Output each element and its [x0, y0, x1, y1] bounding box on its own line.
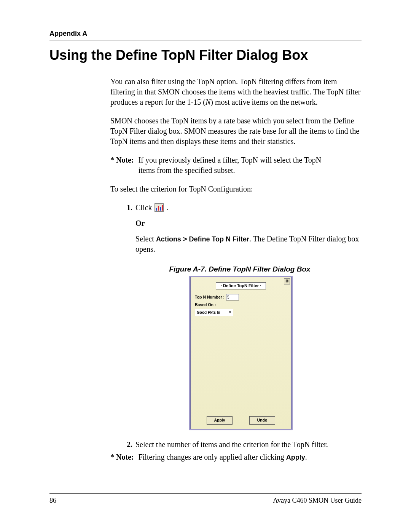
topn-number-input[interactable]	[226, 294, 239, 300]
note-2-apply-bold: Apply	[286, 454, 305, 461]
page-title: Using the Define TopN Filter Dialog Box	[49, 47, 362, 63]
note-1-line2: items from the specified subset.	[139, 165, 322, 176]
undo-button[interactable]: Undo	[249, 416, 275, 425]
or-label: Or	[135, 218, 362, 228]
footer-doc-title: Avaya C460 SMON User Guide	[273, 497, 362, 505]
chevron-down-icon: ▼	[228, 310, 232, 315]
topn-number-label: Top N Number :	[195, 294, 226, 300]
step-1: 1. Click . Or Select Actions > Define To…	[118, 203, 362, 254]
step-1b-bold: Actions > Define Top N Filter	[156, 235, 249, 243]
define-topn-dialog: ⊠ · Define TopN Filter · Top N Number : …	[189, 276, 293, 430]
apply-button[interactable]: Apply	[207, 416, 233, 425]
para1-tail: ) most active items on the network.	[210, 98, 318, 106]
note-1: * Note: If you previously defined a filt…	[110, 155, 362, 176]
intro-para-3: To select the criterion for TopN Configu…	[110, 184, 362, 194]
appendix-label: Appendix A	[49, 30, 362, 38]
topn-number-row: Top N Number :	[190, 293, 292, 301]
close-icon[interactable]: ⊠	[284, 278, 290, 284]
note-2-before: Filtering changes are only applied after…	[139, 453, 286, 461]
note-2-text: Filtering changes are only applied after…	[134, 452, 307, 462]
note-2: * Note: Filtering changes are only appli…	[110, 452, 362, 462]
step-1-before: Click	[135, 203, 154, 212]
step-1-number: 1.	[118, 203, 135, 254]
topn-toolbar-icon[interactable]	[155, 203, 164, 212]
note-2-label: * Note:	[110, 452, 134, 462]
page-footer: 86 Avaya C460 SMON User Guide	[49, 493, 362, 505]
step-2-number: 2.	[118, 439, 135, 450]
steps: 1. Click . Or Select Actions > Define To…	[110, 203, 362, 450]
note-1-label: * Note:	[110, 155, 134, 176]
note-2-after: .	[305, 453, 307, 461]
step-1-after: .	[166, 203, 168, 212]
page-content: Appendix A Using the Define TopN Filter …	[49, 30, 362, 471]
basedon-select[interactable]: Good Pkts In ▼	[195, 309, 233, 316]
body-column: You can also filter using the TopN optio…	[110, 77, 362, 462]
header-rule	[49, 40, 362, 40]
intro-para-1: You can also filter using the TopN optio…	[110, 77, 362, 107]
note-1-line1: If you previously defined a filter, TopN…	[139, 156, 322, 164]
step-2: 2. Select the number of items and the cr…	[118, 439, 362, 450]
intro-para-2: SMON chooses the TopN items by a rate ba…	[110, 116, 362, 147]
dialog-button-bar: Apply Undo	[190, 416, 292, 425]
figure-caption: Figure A-7. Define TopN Filter Dialog Bo…	[118, 264, 362, 274]
para1-italic-n: N	[206, 98, 210, 106]
step-1b-before: Select	[135, 235, 156, 243]
basedon-label: Based On :	[195, 302, 226, 307]
dialog-figure: ⊠ · Define TopN Filter · Top N Number : …	[189, 276, 290, 430]
dialog-title: · Define TopN Filter ·	[216, 282, 266, 289]
step-2-body: Select the number of items and the crite…	[135, 439, 362, 450]
page-number: 86	[49, 497, 56, 505]
step-1-alt: Select Actions > Define Top N Filter. Th…	[135, 234, 362, 254]
note-1-text: If you previously defined a filter, TopN…	[134, 155, 322, 176]
basedon-row: Based On :	[190, 301, 292, 308]
basedon-selected-value: Good Pkts In	[197, 310, 220, 315]
step-1-body: Click . Or Select Actions > Define Top N…	[135, 203, 362, 254]
